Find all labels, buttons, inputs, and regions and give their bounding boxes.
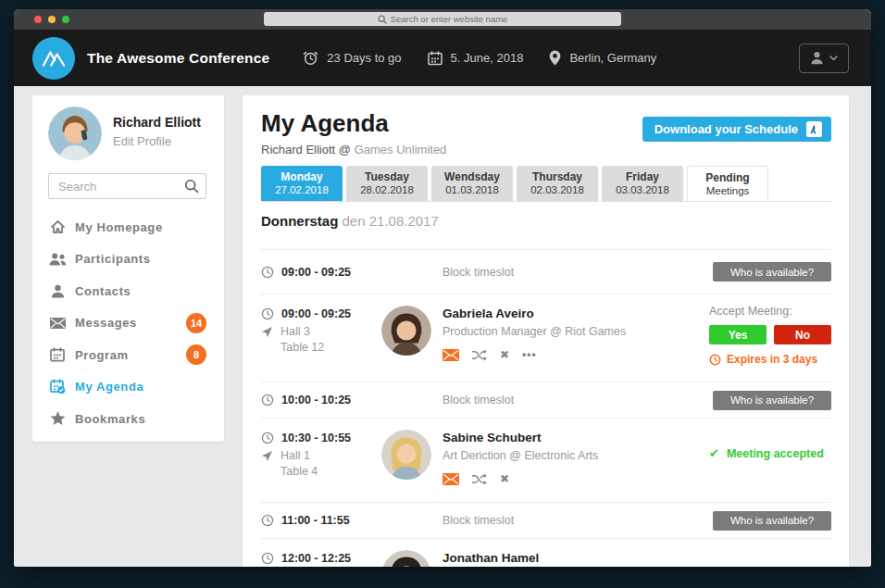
avatar[interactable]: [381, 430, 431, 480]
sidebar-item-label: Messages: [75, 316, 137, 330]
minimize-window-icon[interactable]: [48, 16, 56, 23]
app-title: The Awesome Conference: [87, 50, 269, 67]
user-menu-button[interactable]: [799, 44, 849, 73]
sidebar-item-bookmarks[interactable]: Bookmarks: [48, 403, 206, 435]
conference-logo[interactable]: [32, 37, 75, 80]
timeslot-time: 09:00 - 09:25: [281, 307, 351, 320]
clock-icon: [261, 514, 274, 527]
sidebar: Richard Elliott Edit Profile My Homepage…: [32, 95, 224, 442]
timeslot-time: 12:00 - 12:25: [281, 552, 351, 565]
envelope-icon: [50, 318, 66, 329]
avatar[interactable]: [381, 550, 431, 567]
meeting-actions: ✖: [442, 472, 598, 485]
sidebar-item-messages[interactable]: Messages 14: [48, 307, 206, 340]
sidebar-item-my-agenda[interactable]: My Agenda: [48, 371, 206, 404]
block-timeslot-label: Block timeslot: [442, 394, 514, 407]
accept-yes-button[interactable]: Yes: [709, 325, 767, 344]
window-controls: [34, 16, 69, 23]
location-arrow-icon: [261, 326, 273, 338]
profile-name: Richard Elliott: [113, 115, 201, 130]
participant-name[interactable]: Jonathan Hamel: [442, 551, 539, 565]
page-background: Richard Elliott Edit Profile My Homepage…: [14, 86, 871, 567]
participant-name[interactable]: Sabine Schubert: [442, 431, 598, 444]
sidebar-item-label: My Homepage: [75, 220, 163, 234]
agenda-rows: 09:00 - 09:25 Block timeslot Who is avai…: [261, 249, 831, 567]
agenda-row-block: 11:00 - 11:55 Block timeslot Who is avai…: [261, 502, 831, 538]
avatar[interactable]: [48, 106, 102, 160]
who-is-available-button[interactable]: Who is available?: [713, 262, 831, 281]
tab-thursday[interactable]: Thursday 02.03.2018: [517, 166, 598, 201]
tab-wednesday[interactable]: Wendsday 01.03.2018: [431, 166, 513, 201]
day-heading: Donnerstag den 21.08.2017: [261, 213, 831, 233]
search-input[interactable]: [48, 173, 206, 199]
who-is-available-button[interactable]: Who is available?: [713, 391, 831, 410]
tab-friday[interactable]: Friday 03.03.2018: [602, 166, 683, 201]
tab-tuesday[interactable]: Tuesday 28.02.2018: [346, 166, 428, 201]
download-schedule-button[interactable]: Download your Schedule: [642, 117, 831, 142]
mountain-logo-icon: [42, 49, 67, 67]
sidebar-item-my-homepage[interactable]: My Homepage: [48, 211, 206, 244]
participant-name[interactable]: Gabriela Aveiro: [442, 307, 626, 320]
day-heading-date: den 21.08.2017: [343, 213, 439, 229]
tab-day: Friday: [602, 170, 683, 183]
page-subtitle: Richard Elliott @ Games Unlimited: [261, 143, 831, 156]
close-window-icon[interactable]: [34, 16, 42, 23]
envelope-orange-icon: [442, 473, 459, 485]
expires-note: Expires in 3 days: [709, 353, 831, 366]
tab-date: Meetings: [688, 185, 767, 196]
sidebar-search: [48, 173, 206, 199]
message-button[interactable]: [442, 473, 459, 485]
block-timeslot-label: Block timeslot: [442, 514, 514, 527]
agenda-check-icon: [50, 379, 66, 394]
profile-summary: Richard Elliott Edit Profile: [48, 106, 206, 160]
calendar-icon: [50, 347, 65, 362]
tab-day: Wendsday: [431, 170, 513, 183]
sidebar-item-contacts[interactable]: Contacts: [48, 275, 206, 307]
shuffle-icon: [472, 349, 487, 361]
fullscreen-window-icon[interactable]: [62, 16, 69, 23]
sidebar-item-label: My Agenda: [75, 380, 143, 394]
block-timeslot-label: Block timeslot: [442, 266, 514, 279]
sidebar-item-program[interactable]: Program 8: [48, 339, 206, 371]
cancel-meeting-icon[interactable]: ✖: [500, 472, 509, 485]
tab-day: Pending: [688, 171, 767, 184]
sidebar-item-participants[interactable]: Participants: [48, 244, 206, 276]
tab-pending-meetings[interactable]: Pending Meetings: [687, 166, 768, 201]
message-button[interactable]: [442, 349, 459, 361]
accept-no-button[interactable]: No: [774, 325, 831, 344]
reschedule-button[interactable]: [472, 349, 487, 361]
clock-icon: [261, 552, 274, 565]
map-pin-icon: [549, 50, 561, 66]
sidebar-item-label: Program: [75, 348, 129, 362]
who-is-available-button[interactable]: Who is available?: [713, 511, 831, 531]
program-badge: 8: [186, 344, 206, 365]
more-options-icon[interactable]: •••: [522, 348, 537, 361]
tab-date: 03.03.2018: [602, 184, 683, 195]
meeting-accepted-text: Meeting accepted: [727, 447, 824, 460]
edit-profile-link[interactable]: Edit Profile: [113, 134, 201, 148]
search-icon: [378, 15, 387, 24]
search-icon[interactable]: [184, 179, 199, 194]
participants-icon: [49, 253, 67, 266]
day-tabs: Monday 27.02.2018 Tuesday 28.02.2018 Wen…: [261, 166, 831, 202]
address-bar[interactable]: Search or enter website name: [264, 12, 621, 26]
sidebar-item-label: Contacts: [75, 284, 131, 298]
tab-date: 02.03.2018: [517, 184, 598, 195]
tab-monday[interactable]: Monday 27.02.2018: [261, 166, 343, 201]
hall-label: Hall 1: [280, 449, 310, 462]
table-label: Table 12: [280, 341, 381, 354]
agenda-row-block: 09:00 - 09:25 Block timeslot Who is avai…: [261, 249, 831, 294]
clock-icon: [261, 266, 274, 279]
participant-role: Art Deriction @ Electronic Arts: [442, 449, 598, 462]
event-location-text: Berlin, Germany: [569, 51, 656, 65]
sidebar-item-label: Participants: [75, 252, 151, 266]
avatar[interactable]: [381, 306, 431, 356]
day-heading-day: Donnerstag: [261, 213, 338, 229]
tab-day: Thursday: [517, 170, 598, 183]
clock-icon: [709, 354, 721, 366]
cancel-meeting-icon[interactable]: ✖: [500, 348, 509, 361]
sidebar-menu: My Homepage Participants Contacts Messag…: [48, 211, 206, 435]
table-label: Table 4: [280, 465, 381, 478]
reschedule-button[interactable]: [472, 473, 487, 485]
accept-meeting-label: Accept Meeting:: [709, 294, 831, 318]
